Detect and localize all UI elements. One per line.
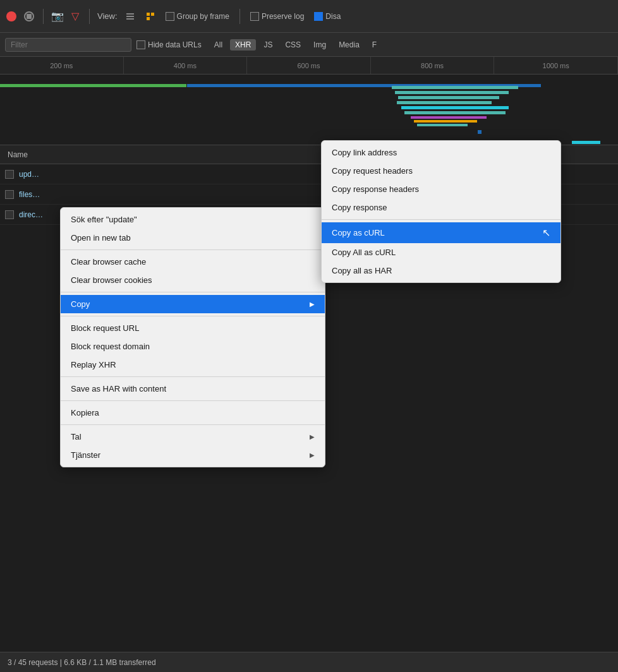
stop-button[interactable] bbox=[23, 10, 35, 23]
timeline: 200 ms 400 ms 600 ms 800 ms 1000 ms bbox=[0, 57, 618, 145]
row-checkbox-2[interactable] bbox=[5, 190, 14, 199]
toolbar: 📷 ▽ View: Group by frame Preserve log Di… bbox=[0, 0, 618, 33]
submenu-item-copy-link[interactable]: Copy link address bbox=[322, 143, 560, 162]
cursor-icon: ↖ bbox=[542, 227, 550, 239]
submenu-item-copy-curl-label: Copy as cURL bbox=[332, 228, 385, 237]
submenu-item-copy-all-curl-label: Copy All as cURL bbox=[332, 248, 396, 257]
menu-sep-2 bbox=[61, 292, 325, 292]
menu-sep-1 bbox=[61, 249, 325, 250]
menu-item-save-har[interactable]: Save as HAR with content bbox=[61, 380, 325, 398]
type-all[interactable]: All bbox=[209, 39, 227, 51]
type-xhr[interactable]: XHR bbox=[230, 39, 256, 51]
svg-rect-1 bbox=[126, 16, 134, 17]
menu-item-search[interactable]: Sök efter "update" bbox=[61, 210, 325, 229]
menu-item-block-domain-label: Block request domain bbox=[71, 342, 150, 351]
name-header-label: Name bbox=[8, 150, 28, 159]
timeline-content bbox=[0, 75, 618, 145]
submenu-item-copy-all-har-label: Copy all as HAR bbox=[332, 266, 392, 275]
menu-item-open-new-tab[interactable]: Open in new tab bbox=[61, 229, 325, 247]
tree-view-btn[interactable] bbox=[143, 10, 158, 23]
submenu-item-copy-req-headers[interactable]: Copy request headers bbox=[322, 162, 560, 180]
svg-rect-3 bbox=[147, 13, 150, 16]
type-css[interactable]: CSS bbox=[280, 39, 306, 51]
status-text: 3 / 45 requests | 6.6 KB / 1.1 MB transf… bbox=[8, 658, 156, 667]
menu-item-block-url[interactable]: Block request URL bbox=[61, 319, 325, 337]
menu-sep-5 bbox=[61, 400, 325, 401]
type-media[interactable]: Media bbox=[334, 39, 365, 51]
submenu-item-copy-all-har[interactable]: Copy all as HAR bbox=[322, 261, 560, 280]
menu-sep-6 bbox=[61, 424, 325, 425]
type-img[interactable]: Img bbox=[308, 39, 331, 51]
camera-button[interactable]: 📷 bbox=[51, 10, 64, 23]
submenu-sep-1 bbox=[322, 219, 560, 220]
submenu-item-copy-all-curl[interactable]: Copy All as cURL bbox=[322, 243, 560, 261]
menu-item-save-har-label: Save as HAR with content bbox=[71, 384, 166, 393]
record-button[interactable] bbox=[5, 10, 18, 23]
preserve-log-btn[interactable]: Preserve log bbox=[248, 11, 306, 22]
tree-icon bbox=[145, 11, 155, 21]
type-filter-buttons: All XHR JS CSS Img Media F bbox=[209, 39, 382, 51]
filter-input[interactable] bbox=[5, 38, 131, 52]
menu-sep-3 bbox=[61, 316, 325, 316]
wf-bar-orange bbox=[414, 120, 477, 123]
list-view-btn[interactable] bbox=[123, 10, 138, 23]
filter-bar: Hide data URLs All XHR JS CSS Img Media … bbox=[0, 33, 618, 57]
divider-1 bbox=[43, 9, 44, 24]
submenu-item-copy-resp-headers[interactable]: Copy response headers bbox=[322, 180, 560, 198]
status-bar: 3 / 45 requests | 6.6 KB / 1.1 MB transf… bbox=[0, 652, 618, 672]
ruler-800ms: 800 ms bbox=[371, 57, 495, 74]
type-font[interactable]: F bbox=[367, 39, 382, 51]
blue-dot bbox=[478, 130, 482, 134]
wf-bar-7 bbox=[417, 124, 468, 126]
submenu-item-copy-response[interactable]: Copy response bbox=[322, 198, 560, 217]
record-icon bbox=[6, 11, 16, 21]
green-bar bbox=[0, 84, 186, 87]
preserve-log-label: Preserve log bbox=[262, 12, 304, 21]
submenu-item-copy-curl[interactable]: Copy as cURL ↖ bbox=[322, 222, 560, 243]
ruler-600ms: 600 ms bbox=[247, 57, 371, 74]
row-name-2: files… bbox=[19, 190, 40, 199]
wf-bar-3 bbox=[398, 96, 499, 99]
disable-cache-btn[interactable]: Disa bbox=[312, 11, 343, 22]
camera-icon: 📷 bbox=[51, 10, 64, 22]
menu-item-clear-cookies-label: Clear browser cookies bbox=[71, 275, 152, 285]
filter-button[interactable]: ▽ bbox=[69, 10, 82, 23]
menu-item-tjanster[interactable]: Tjänster ▶ bbox=[61, 446, 325, 464]
menu-item-clear-cache[interactable]: Clear browser cache bbox=[61, 253, 325, 271]
menu-item-clear-cookies[interactable]: Clear browser cookies bbox=[61, 271, 325, 289]
disable-cache-label: Disa bbox=[325, 12, 341, 21]
menu-item-tal-label: Tal bbox=[71, 432, 82, 441]
group-by-frame-btn[interactable]: Group by frame bbox=[163, 11, 232, 22]
submenu-item-copy-resp-headers-label: Copy response headers bbox=[332, 184, 419, 194]
menu-item-block-domain[interactable]: Block request domain bbox=[61, 337, 325, 356]
type-js[interactable]: JS bbox=[258, 39, 277, 51]
row-name-1: upd… bbox=[19, 170, 39, 179]
ruler-200ms: 200 ms bbox=[0, 57, 124, 74]
wf-bar-4 bbox=[397, 101, 492, 104]
menu-item-tjanster-label: Tjänster bbox=[71, 450, 100, 460]
submenu-item-copy-response-label: Copy response bbox=[332, 203, 387, 212]
row-checkbox-3[interactable] bbox=[5, 210, 14, 219]
menu-item-replay-xhr[interactable]: Replay XHR bbox=[61, 356, 325, 374]
svg-rect-2 bbox=[126, 18, 134, 20]
timeline-ruler: 200 ms 400 ms 600 ms 800 ms 1000 ms bbox=[0, 57, 618, 75]
row-name-3: direc… bbox=[19, 210, 43, 219]
submenu-arrow-copy: ▶ bbox=[310, 301, 315, 308]
menu-item-open-new-tab-label: Open in new tab bbox=[71, 233, 131, 243]
stop-icon bbox=[24, 11, 34, 21]
menu-item-tal[interactable]: Tal ▶ bbox=[61, 428, 325, 446]
wf-bar-2 bbox=[395, 91, 509, 94]
hide-data-urls-checkbox bbox=[136, 40, 145, 49]
disable-cache-checkbox bbox=[314, 12, 323, 21]
menu-item-replay-xhr-label: Replay XHR bbox=[71, 360, 116, 369]
svg-rect-5 bbox=[147, 17, 150, 20]
menu-item-copy[interactable]: Copy ▶ bbox=[61, 295, 325, 313]
menu-item-kopiera[interactable]: Kopiera bbox=[61, 404, 325, 422]
row-checkbox-1[interactable] bbox=[5, 170, 14, 179]
divider-2 bbox=[89, 9, 90, 24]
submenu-item-copy-req-headers-label: Copy request headers bbox=[332, 166, 413, 176]
group-by-frame-checkbox bbox=[166, 12, 174, 21]
cyan-bar-right bbox=[572, 141, 600, 144]
hide-data-urls-wrap[interactable]: Hide data URLs bbox=[136, 40, 202, 49]
menu-item-search-label: Sök efter "update" bbox=[71, 215, 137, 224]
